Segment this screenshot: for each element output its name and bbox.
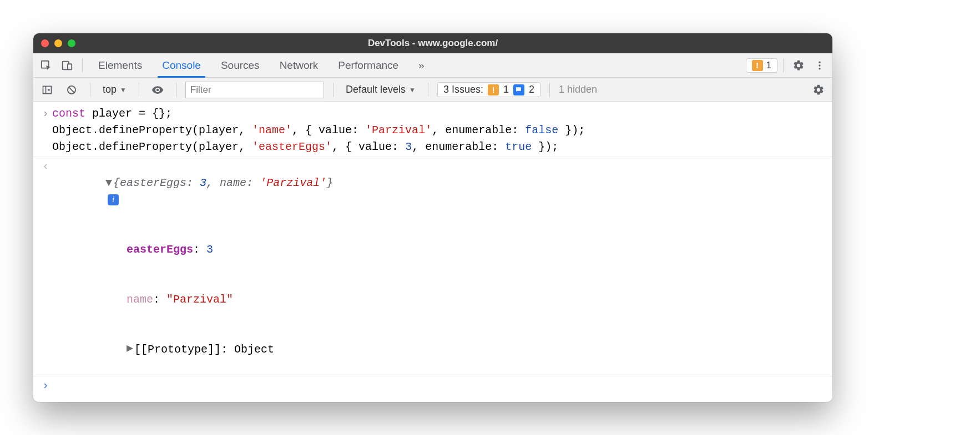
window-close-button[interactable] [41,39,49,47]
property-value: 3 [206,243,213,256]
svg-point-5 [819,68,820,69]
preview-sep: , [206,177,220,189]
preview-key: name: [220,177,253,189]
tab-sources[interactable]: Sources [211,53,270,77]
svg-point-4 [819,64,820,66]
tab-label: Network [280,59,319,72]
prototype-value: Object [234,343,274,356]
svg-point-3 [819,61,820,63]
row-separator [33,157,832,157]
window-zoom-button[interactable] [68,39,75,47]
tab-network[interactable]: Network [270,53,329,77]
show-console-sidebar-icon[interactable] [38,80,57,99]
warnings-badge[interactable]: ! 1 [746,58,777,73]
preview-brace: } [326,177,333,189]
svg-rect-2 [68,64,72,69]
settings-icon[interactable] [789,56,808,75]
traffic-lights [33,39,75,47]
tab-label: Sources [221,59,260,72]
preview-key: easterEggs: [120,177,193,189]
object-preview[interactable]: ▼{easterEggs: 3, name: 'Parzival'} i [52,158,827,225]
console-toolbar: top ▼ Default levels ▼ 3 Issues: ! 1 2 1… [33,78,832,102]
divider [176,83,176,97]
console-input-line: const player = {}; [52,105,827,122]
tab-console[interactable]: Console [152,53,211,77]
window-minimize-button[interactable] [54,39,62,47]
issues-counter[interactable]: 3 Issues: ! 1 2 [437,82,540,97]
expand-toggle-icon[interactable]: ▼ [105,175,113,192]
divider [428,83,428,97]
chevron-down-icon: ▼ [120,86,127,94]
object-property-row: easterEggs: 3 [33,225,832,275]
tab-performance[interactable]: Performance [328,53,408,77]
hidden-count: 1 hidden [559,84,597,95]
tab-label: Console [162,59,201,72]
divider [82,58,83,73]
log-levels-selector[interactable]: Default levels ▼ [342,83,419,97]
context-label: top [103,84,117,95]
console-prompt-row[interactable]: › [33,377,832,394]
inspect-element-icon[interactable] [37,56,55,75]
overflow-label: » [418,59,425,72]
live-expression-icon[interactable] [148,80,167,99]
console-settings-icon[interactable] [809,80,828,99]
preview-value: 'Parzival' [260,177,326,189]
main-tabstrip: Elements Console Sources Network Perform… [33,53,832,78]
output-prompt-icon: ‹ [39,158,52,225]
info-icon [513,84,524,95]
console-output-row: ‹ ▼{easterEggs: 3, name: 'Parzival'} i [33,158,832,225]
warning-icon: ! [752,60,763,71]
issues-warn-count: 1 [503,84,509,95]
warning-icon: ! [488,84,499,95]
divider [90,83,90,97]
panel-tabs: Elements Console Sources Network Perform… [88,53,435,77]
device-toolbar-icon[interactable] [58,56,77,75]
divider [783,58,784,73]
row-separator [33,376,832,376]
window-title: DevTools - www.google.com/ [33,38,832,49]
warnings-count: 1 [766,60,771,71]
filter-input[interactable] [185,82,324,98]
object-prototype-row[interactable]: ▶[[Prototype]]: Object [33,325,832,375]
more-menu-icon[interactable] [810,56,829,75]
console-input[interactable] [52,377,827,394]
tab-label: Performance [338,59,398,72]
divider [549,83,550,97]
input-prompt-icon: › [39,105,52,122]
chevron-down-icon: ▼ [409,86,416,94]
info-icon[interactable]: i [108,194,119,205]
console-input-row: › const player = {}; [33,105,832,122]
console-input-line: Object.defineProperty(player, 'name', { … [52,122,827,139]
property-value: "Parzival" [166,293,233,306]
prototype-label: [[Prototype]] [134,343,221,356]
input-prompt-icon: › [39,377,52,394]
tab-label: Elements [98,59,142,72]
issues-label: 3 Issues: [443,84,483,95]
divider [333,83,334,97]
preview-brace: { [113,177,120,189]
titlebar: DevTools - www.google.com/ [33,33,832,53]
levels-label: Default levels [346,84,406,95]
console-input-row: Object.defineProperty(player, 'name', { … [33,122,832,139]
console-output: › const player = {}; Object.defineProper… [33,102,832,402]
property-key: easterEggs [127,243,193,256]
clear-console-icon[interactable] [62,80,81,99]
context-selector[interactable]: top ▼ [99,83,130,97]
divider [139,83,139,97]
console-input-row: Object.defineProperty(player, 'easterEgg… [33,139,832,155]
console-input-line: Object.defineProperty(player, 'easterEgg… [52,139,827,155]
expand-toggle-icon[interactable]: ▶ [127,340,134,357]
tab-elements[interactable]: Elements [88,53,152,77]
object-property-row: name: "Parzival" [33,275,832,325]
preview-value: 3 [200,177,206,189]
devtools-window: DevTools - www.google.com/ Elements Cons… [33,33,832,402]
issues-info-count: 2 [529,84,534,95]
tabs-overflow[interactable]: » [408,53,435,77]
property-key: name [127,293,153,306]
